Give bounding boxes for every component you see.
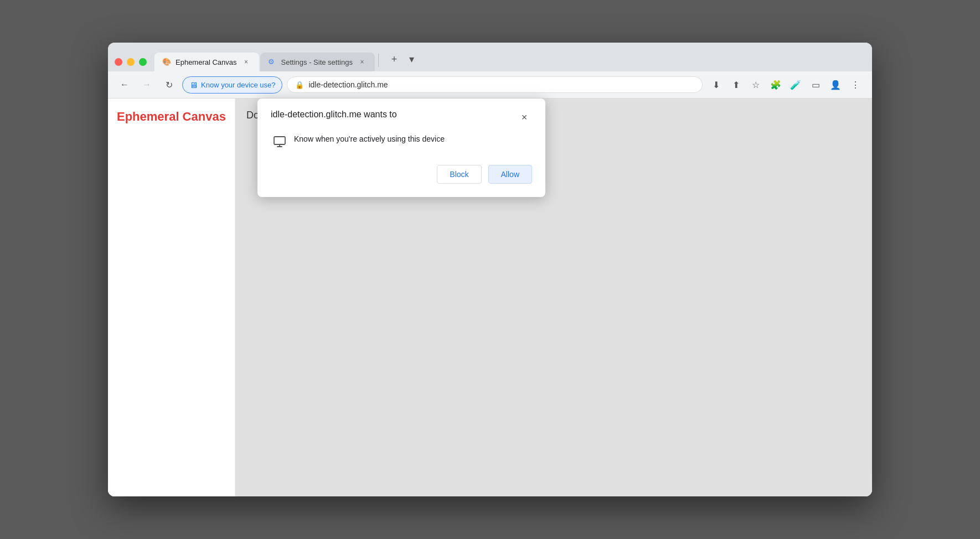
browser-window: 🎨 Ephemeral Canvas × ⚙ Settings - Site s… bbox=[108, 43, 872, 496]
tab-favicon-settings: ⚙ bbox=[268, 58, 277, 66]
device-use-icon: 🖥 bbox=[189, 80, 198, 90]
bookmark-icon: ☆ bbox=[752, 80, 760, 90]
svg-rect-0 bbox=[274, 137, 285, 144]
window-button[interactable]: ▭ bbox=[807, 76, 824, 94]
extensions-button[interactable]: 🧩 bbox=[767, 76, 785, 94]
download-icon: ⬇ bbox=[713, 80, 720, 90]
sidebar: Ephemeral Canvas bbox=[108, 99, 235, 496]
popup-header: idle-detection.glitch.me wants to × bbox=[271, 110, 532, 125]
title-bar: 🎨 Ephemeral Canvas × ⚙ Settings - Site s… bbox=[108, 43, 872, 71]
share-button[interactable]: ⬆ bbox=[727, 76, 745, 94]
address-text: idle-detection.glitch.me bbox=[308, 80, 694, 89]
page-area: Ephemeral Canvas Don't move your mouse d… bbox=[108, 99, 872, 496]
tab-divider bbox=[378, 54, 379, 67]
menu-button[interactable]: ⋮ bbox=[847, 76, 864, 94]
tabs-container: 🎨 Ephemeral Canvas × ⚙ Settings - Site s… bbox=[154, 51, 865, 71]
tab-favicon-ephemeral: 🎨 bbox=[162, 58, 171, 66]
tab-close-ephemeral[interactable]: × bbox=[241, 57, 251, 67]
window-controls bbox=[115, 58, 147, 66]
tab-close-settings[interactable]: × bbox=[357, 57, 367, 67]
window-icon: ▭ bbox=[812, 80, 820, 90]
address-bar[interactable]: 🔒 idle-detection.glitch.me bbox=[287, 76, 703, 93]
bookmark-button[interactable]: ☆ bbox=[747, 76, 765, 94]
close-button[interactable] bbox=[115, 58, 122, 66]
profile-icon: 👤 bbox=[830, 80, 841, 90]
profile-button[interactable]: 👤 bbox=[827, 76, 844, 94]
tab-settings[interactable]: ⚙ Settings - Site settings × bbox=[260, 53, 375, 71]
nav-actions: ⬇ ⬆ ☆ 🧩 🧪 ▭ 👤 ⋮ bbox=[707, 76, 864, 94]
lock-icon: 🔒 bbox=[295, 81, 304, 89]
labs-button[interactable]: 🧪 bbox=[787, 76, 804, 94]
device-use-label: Know your device use? bbox=[201, 81, 275, 89]
tab-title-settings: Settings - Site settings bbox=[281, 58, 353, 66]
tab-ephemeral-canvas[interactable]: 🎨 Ephemeral Canvas × bbox=[154, 53, 259, 71]
nav-bar: ← → ↻ 🖥 Know your device use? 🔒 idle-det… bbox=[108, 71, 872, 99]
reload-button[interactable]: ↻ bbox=[160, 76, 178, 94]
download-button[interactable]: ⬇ bbox=[707, 76, 725, 94]
tab-actions: + ▾ bbox=[386, 51, 420, 67]
minimize-button[interactable] bbox=[127, 58, 135, 66]
device-use-button[interactable]: 🖥 Know your device use? bbox=[182, 76, 282, 94]
allow-button[interactable]: Allow bbox=[488, 165, 532, 184]
permission-icon bbox=[273, 135, 286, 152]
share-icon: ⬆ bbox=[733, 80, 740, 90]
extensions-icon: 🧩 bbox=[770, 80, 781, 90]
labs-icon: 🧪 bbox=[790, 80, 801, 90]
permission-popup: idle-detection.glitch.me wants to × Know… bbox=[257, 99, 545, 197]
popup-buttons: Block Allow bbox=[271, 165, 532, 184]
menu-icon: ⋮ bbox=[851, 80, 860, 90]
maximize-button[interactable] bbox=[139, 58, 147, 66]
popup-close-button[interactable]: × bbox=[517, 110, 532, 125]
new-tab-button[interactable]: + bbox=[386, 51, 402, 67]
popup-title: idle-detection.glitch.me wants to bbox=[271, 110, 397, 120]
tab-title-ephemeral: Ephemeral Canvas bbox=[176, 58, 237, 66]
forward-button[interactable]: → bbox=[138, 76, 156, 94]
block-button[interactable]: Block bbox=[437, 165, 481, 184]
popup-permission-row: Know when you're actively using this dev… bbox=[271, 134, 532, 152]
back-button[interactable]: ← bbox=[116, 76, 133, 94]
sidebar-title: Ephemeral Canvas bbox=[117, 110, 226, 124]
permission-text: Know when you're actively using this dev… bbox=[294, 134, 445, 145]
tab-list-button[interactable]: ▾ bbox=[404, 51, 420, 67]
